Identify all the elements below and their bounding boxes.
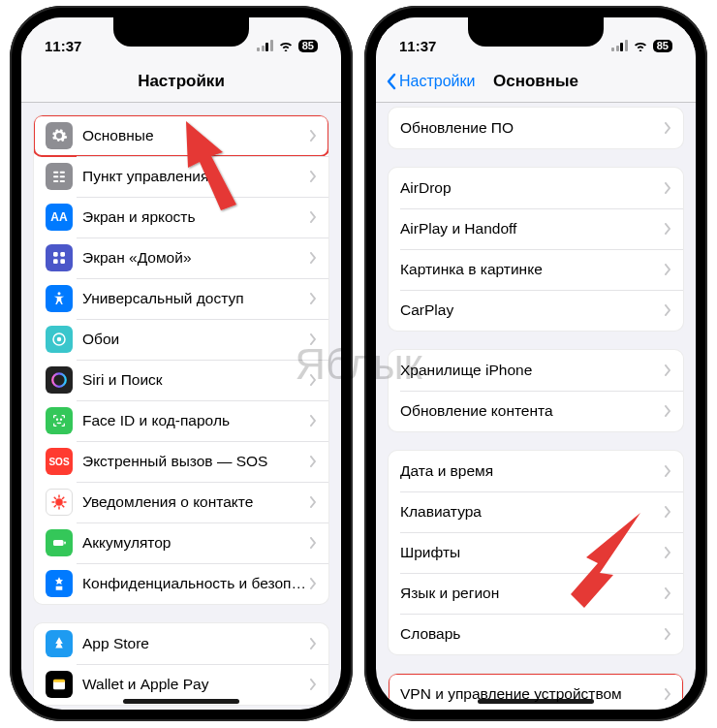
chevron-right-icon bbox=[309, 679, 317, 690]
list-group: ОсновныеПункт управленияAAЭкран и яркост… bbox=[33, 114, 329, 605]
row-label: Экран «Домой» bbox=[82, 249, 309, 267]
right-device: 11:37 85 Настройки Основные Обновление П… bbox=[364, 6, 707, 721]
svg-rect-26 bbox=[64, 542, 66, 545]
settings-row[interactable]: VPN и управление устройством bbox=[389, 674, 683, 710]
chevron-right-icon bbox=[664, 688, 671, 700]
settings-row[interactable]: AirPlay и Handoff bbox=[389, 208, 683, 249]
left-screen: 11:37 85 Настройки ОсновныеПункт управле… bbox=[21, 17, 341, 710]
settings-row[interactable]: Словарь bbox=[389, 614, 683, 654]
chevron-right-icon bbox=[664, 264, 671, 275]
chevron-right-icon bbox=[664, 465, 671, 477]
status-time: 11:37 bbox=[399, 38, 436, 54]
settings-list[interactable]: ОсновныеПункт управленияAAЭкран и яркост… bbox=[21, 103, 341, 710]
row-label: Универсальный доступ bbox=[82, 290, 309, 307]
settings-row[interactable]: AAЭкран и яркость bbox=[34, 197, 328, 237]
settings-row[interactable]: Обои bbox=[34, 319, 328, 360]
settings-row[interactable]: App Store bbox=[34, 623, 328, 664]
settings-row[interactable]: Обновление ПО bbox=[389, 108, 683, 148]
row-label: Дата и время bbox=[400, 462, 664, 480]
settings-row[interactable]: Клавиатура bbox=[389, 491, 683, 532]
settings-row[interactable]: Аккумулятор bbox=[34, 522, 328, 563]
svg-rect-28 bbox=[53, 680, 65, 682]
batt-icon bbox=[46, 529, 73, 556]
chevron-right-icon bbox=[309, 130, 317, 142]
svg-point-10 bbox=[58, 292, 61, 295]
row-label: Обои bbox=[82, 331, 309, 348]
wifi-icon bbox=[278, 38, 294, 54]
svg-rect-6 bbox=[53, 252, 58, 257]
settings-row[interactable]: Siri и Поиск bbox=[34, 360, 328, 400]
face-icon bbox=[46, 407, 73, 434]
svg-line-23 bbox=[54, 505, 56, 507]
svg-line-24 bbox=[62, 497, 64, 499]
svg-rect-0 bbox=[53, 172, 58, 174]
chevron-right-icon bbox=[664, 223, 671, 235]
svg-point-16 bbox=[55, 498, 63, 506]
gear-icon bbox=[46, 122, 73, 149]
settings-row[interactable]: Конфиденциальность и безопасность bbox=[34, 563, 328, 604]
settings-row[interactable]: SOSЭкстренный вызов — SOS bbox=[34, 441, 328, 482]
svg-line-21 bbox=[54, 497, 56, 499]
settings-row[interactable]: Обновление контента bbox=[389, 391, 683, 431]
settings-row[interactable]: Уведомления о контакте bbox=[34, 482, 328, 522]
svg-rect-5 bbox=[60, 180, 65, 182]
status-time: 11:37 bbox=[45, 38, 81, 54]
hand-icon bbox=[46, 570, 73, 597]
chevron-right-icon bbox=[309, 252, 317, 264]
notch bbox=[113, 17, 249, 47]
chevron-right-icon bbox=[309, 578, 317, 589]
row-label: Клавиатура bbox=[400, 503, 664, 521]
nav-title: Основные bbox=[493, 72, 578, 91]
settings-row[interactable]: Дата и время bbox=[389, 451, 683, 491]
chevron-right-icon bbox=[664, 506, 671, 518]
access-icon bbox=[46, 285, 73, 312]
settings-row[interactable]: Основные bbox=[34, 115, 328, 156]
settings-row[interactable]: Face ID и код-пароль bbox=[34, 400, 328, 441]
settings-row[interactable]: CarPlay bbox=[389, 290, 683, 331]
siri-icon bbox=[46, 366, 73, 394]
row-label: Wallet и Apple Pay bbox=[82, 676, 309, 693]
nav-bar: Настройки bbox=[21, 60, 341, 103]
signal-icon bbox=[611, 40, 628, 51]
settings-row[interactable]: Шрифты bbox=[389, 532, 683, 573]
row-label: Обновление ПО bbox=[400, 119, 664, 137]
svg-point-12 bbox=[57, 337, 62, 342]
settings-row[interactable]: Язык и регион bbox=[389, 573, 683, 614]
svg-rect-8 bbox=[53, 259, 58, 264]
right-screen: 11:37 85 Настройки Основные Обновление П… bbox=[376, 17, 696, 710]
chevron-right-icon bbox=[664, 628, 671, 640]
settings-row[interactable]: Экран «Домой» bbox=[34, 237, 328, 278]
list-group: App StoreWallet и Apple Pay bbox=[33, 622, 329, 706]
row-label: Siri и Поиск bbox=[82, 371, 309, 389]
chevron-right-icon bbox=[309, 415, 317, 427]
chevron-right-icon bbox=[664, 304, 671, 316]
nav-title: Настройки bbox=[138, 72, 225, 91]
chevron-left-icon bbox=[386, 73, 397, 90]
svg-point-14 bbox=[56, 419, 57, 420]
list-group: Хранилище iPhoneОбновление контента bbox=[388, 349, 684, 432]
settings-row[interactable]: AirDrop bbox=[389, 168, 683, 208]
list-group: AirDropAirPlay и HandoffКартинка в карти… bbox=[388, 167, 684, 332]
row-label: AirPlay и Handoff bbox=[400, 220, 664, 237]
back-button[interactable]: Настройки bbox=[386, 73, 475, 90]
home-indicator bbox=[478, 699, 594, 704]
chevron-right-icon bbox=[664, 364, 671, 376]
virus-icon bbox=[46, 489, 73, 516]
chevron-right-icon bbox=[664, 547, 671, 558]
row-label: Хранилище iPhone bbox=[400, 362, 664, 379]
svg-rect-2 bbox=[53, 175, 58, 177]
general-list[interactable]: Обновление ПОAirDropAirPlay и HandoffКар… bbox=[376, 103, 696, 710]
signal-icon bbox=[257, 40, 273, 51]
settings-row[interactable]: Универсальный доступ bbox=[34, 278, 328, 319]
settings-row[interactable]: Пункт управления bbox=[34, 156, 328, 197]
svg-point-15 bbox=[60, 419, 61, 420]
chevron-right-icon bbox=[664, 405, 671, 417]
appstore-icon bbox=[46, 630, 73, 657]
wallet-icon bbox=[46, 671, 73, 698]
settings-row[interactable]: Хранилище iPhone bbox=[389, 350, 683, 391]
settings-row[interactable]: Картинка в картинке bbox=[389, 249, 683, 290]
row-label: Экран и яркость bbox=[82, 208, 309, 226]
svg-rect-25 bbox=[53, 540, 64, 546]
sos-icon: SOS bbox=[46, 448, 73, 475]
aa-icon: AA bbox=[46, 204, 73, 231]
